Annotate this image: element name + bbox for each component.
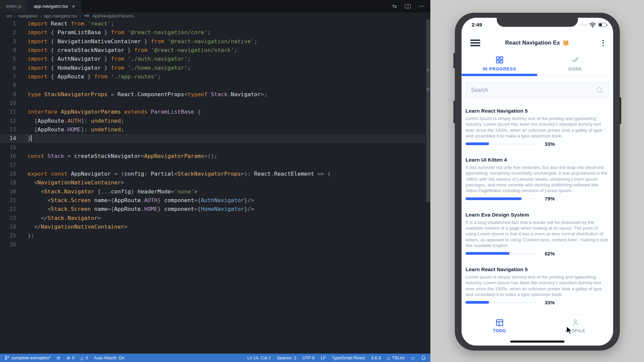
breadcrumb-symbol[interactable]: AppNavigatorParams bbox=[92, 13, 134, 18]
status-bar-item[interactable]: TypeScript React bbox=[332, 355, 365, 360]
code-line[interactable]: 7import { AppRoute } from './app-routes'… bbox=[0, 72, 426, 81]
split-editor-icon[interactable] bbox=[405, 4, 411, 8]
battery-icon bbox=[598, 23, 606, 27]
task-card[interactable]: Learn React Navigation 5Lorem Ipsum is s… bbox=[466, 102, 609, 151]
status-icons bbox=[580, 22, 606, 27]
code-line[interactable]: 8 bbox=[0, 81, 426, 90]
code-line[interactable]: 4import { createStackNavigator } from '@… bbox=[0, 46, 426, 55]
code-line[interactable]: 2import { ParamListBase } from '@react-n… bbox=[0, 28, 426, 37]
status-bar-label: Ln 14, Col 2 bbox=[247, 355, 271, 360]
status-bar-item[interactable]: Ln 14, Col 2 bbox=[247, 355, 271, 360]
code-line[interactable]: 19 <NavigationNativeContainer> bbox=[0, 178, 426, 187]
line-number: 19 bbox=[0, 178, 16, 187]
status-bar-item[interactable] bbox=[421, 356, 426, 360]
more-vertical-icon[interactable] bbox=[601, 39, 605, 48]
code-line[interactable]: 16const Stack = createStackNavigator<App… bbox=[0, 152, 426, 161]
code-line[interactable]: 17 bbox=[0, 161, 426, 170]
status-bar-item[interactable]: 3.6.3 bbox=[371, 355, 381, 360]
breadcrumb-separator: › bbox=[14, 13, 15, 18]
more-actions-icon[interactable]: ··· bbox=[419, 3, 425, 9]
bell-icon bbox=[421, 356, 426, 360]
status-bar-item[interactable]: LF bbox=[321, 355, 326, 360]
line-number: 20 bbox=[0, 187, 16, 196]
progress-bar bbox=[466, 142, 537, 145]
line-number: 23 bbox=[0, 214, 16, 223]
code-line[interactable]: 13 [AppRoute.HOME]: undefined; bbox=[0, 125, 426, 134]
breadcrumb-item[interactable]: src bbox=[6, 13, 12, 18]
line-number: 10 bbox=[0, 99, 16, 108]
code-editor: index.js app.navigator.tsx × ⇆ ··· src› … bbox=[0, 0, 430, 362]
compare-changes-icon[interactable]: ⇆ bbox=[392, 3, 397, 9]
line-number: 26 bbox=[0, 240, 16, 249]
code-line[interactable]: 24 </NavigationNativeContainer> bbox=[0, 223, 426, 231]
status-bar-item[interactable]: ☺ bbox=[411, 355, 415, 361]
line-number: 17 bbox=[0, 161, 16, 170]
phone-screen: 2:49 React Navigation Ex IN PROGRESS bbox=[462, 18, 613, 346]
done-all-icon bbox=[571, 56, 580, 64]
code-line[interactable]: 23 </Stack.Navigator> bbox=[0, 214, 426, 223]
code-line[interactable]: 22 <Stack.Screen name={AppRoute.HOME} co… bbox=[0, 205, 426, 214]
warning-icon: △ bbox=[80, 355, 84, 360]
code-line[interactable]: 20 <Stack.Navigator {...config} headerMo… bbox=[0, 187, 426, 196]
nav-label: TODO bbox=[493, 328, 506, 333]
task-progress: 33% bbox=[466, 300, 609, 305]
line-number: 9 bbox=[0, 90, 16, 99]
code-line[interactable]: 21 <Stack.Screen name={AppRoute.AUTH} co… bbox=[0, 196, 426, 205]
smiley-icon: ☺ bbox=[411, 355, 415, 361]
volume-button[interactable] bbox=[453, 101, 455, 123]
code-line[interactable]: 5import { AuthNavigator } from './auth.n… bbox=[0, 55, 426, 63]
task-description: It is a long established fact that a rea… bbox=[466, 220, 609, 248]
task-progress: 33% bbox=[466, 141, 609, 146]
tab-done[interactable]: DONE bbox=[537, 54, 613, 76]
code-line[interactable]: 11interface AppNavigatorParams extends P… bbox=[0, 108, 426, 116]
tab-label: DONE bbox=[568, 66, 582, 71]
home-indicator[interactable] bbox=[510, 341, 565, 343]
silent-switch-button[interactable] bbox=[453, 53, 455, 68]
status-bar-item[interactable]: UTF-8 bbox=[302, 355, 315, 360]
task-card[interactable]: Learn UI Kitten 4It has survived not onl… bbox=[466, 151, 609, 206]
line-number: 25 bbox=[0, 231, 16, 240]
mouse-cursor bbox=[566, 326, 574, 335]
breadcrumb-item[interactable]: app.navigator.tsx bbox=[44, 13, 77, 18]
code-line[interactable]: 10 bbox=[0, 99, 426, 108]
search-icon bbox=[596, 86, 604, 94]
editor-scrollbar[interactable] bbox=[426, 19, 430, 202]
status-bar-item[interactable]: ⟳ bbox=[57, 355, 61, 361]
line-number: 24 bbox=[0, 223, 16, 231]
search-input[interactable]: Search bbox=[466, 82, 609, 98]
code-line[interactable]: 18export const AppNavigator = (config: P… bbox=[0, 170, 426, 178]
tab-index-js[interactable]: index.js bbox=[0, 0, 28, 12]
power-button[interactable] bbox=[620, 97, 621, 124]
tab-in-progress[interactable]: IN PROGRESS bbox=[462, 54, 537, 76]
task-card[interactable]: Learn React Navigation 5Lorem Ipsum is s… bbox=[466, 261, 609, 310]
task-list[interactable]: Learn React Navigation 5Lorem Ipsum is s… bbox=[466, 102, 609, 314]
tab-app-navigator-tsx[interactable]: app.navigator.tsx × bbox=[28, 0, 82, 12]
code-line[interactable]: 25); bbox=[0, 231, 426, 240]
code-line[interactable]: 12 [AppRoute.AUTH]: undefined; bbox=[0, 117, 426, 125]
code-line[interactable]: 14} bbox=[0, 134, 426, 143]
status-bar-item[interactable]: △0 bbox=[80, 355, 88, 360]
status-bar-label: Spaces: 2 bbox=[277, 355, 296, 360]
code-line[interactable]: 9type StackNavigatorProps = React.Compon… bbox=[0, 90, 426, 99]
code-lines[interactable]: 1import React from 'react';2import { Par… bbox=[0, 19, 426, 249]
code-line[interactable]: 1import React from 'react'; bbox=[0, 19, 426, 28]
breadcrumb-item[interactable]: navigation bbox=[18, 13, 38, 18]
active-tab-indicator bbox=[462, 74, 537, 76]
line-number: 7 bbox=[0, 72, 16, 81]
menu-icon[interactable] bbox=[470, 40, 480, 46]
status-bar-item[interactable]: Auto Attach: On bbox=[94, 355, 124, 360]
code-line[interactable]: 3import { NavigationNativeContainer } fr… bbox=[0, 37, 426, 46]
task-description: Lorem Ipsum is simply dummy text of the … bbox=[466, 116, 609, 139]
status-bar-item[interactable]: △TSLint bbox=[387, 355, 405, 360]
task-title: Learn Eva Design System bbox=[466, 211, 609, 218]
status-bar-item[interactable]: ⊗0 bbox=[67, 355, 74, 360]
task-card[interactable]: Learn Eva Design SystemIt is a long esta… bbox=[466, 206, 609, 261]
code-line[interactable]: 15 bbox=[0, 143, 426, 152]
close-tab-icon[interactable]: × bbox=[72, 3, 75, 9]
breadcrumb[interactable]: src› navigation› app.navigator.tsx› AppN… bbox=[0, 12, 430, 19]
code-line[interactable]: 26 bbox=[0, 240, 426, 249]
task-progress: 79% bbox=[466, 196, 609, 201]
status-bar-item[interactable]: complete-exmaples* bbox=[5, 355, 51, 360]
code-line[interactable]: 6import { HomeNavigator } from './home.n… bbox=[0, 64, 426, 72]
status-bar-item[interactable]: Spaces: 2 bbox=[277, 355, 296, 360]
